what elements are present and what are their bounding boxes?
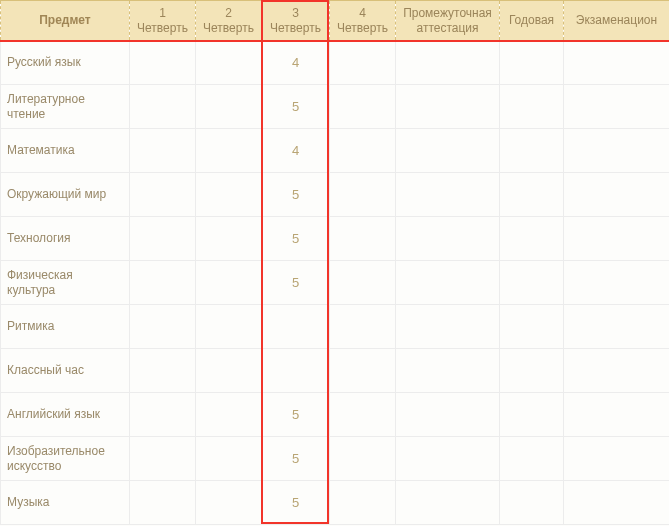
- grade-cell-q2: [196, 41, 262, 85]
- col-interim-a: Промежуточная: [400, 6, 495, 20]
- col-quarter-3[interactable]: 3 Четверть: [262, 1, 330, 41]
- subject-cell: Окружающий мир: [1, 173, 130, 217]
- grade-cell-q2: [196, 261, 262, 305]
- subject-cell: Музыка: [1, 481, 130, 525]
- grade-cell-interim: [396, 481, 500, 525]
- col-quarter-1[interactable]: 1 Четверть: [130, 1, 196, 41]
- subject-cell: Классный час: [1, 349, 130, 393]
- grade-cell-annual: [500, 393, 564, 437]
- grade-cell-annual: [500, 85, 564, 129]
- subject-cell: Математика: [1, 129, 130, 173]
- subject-cell: Английский язык: [1, 393, 130, 437]
- grade-cell-q4: [330, 481, 396, 525]
- grade-cell-q4: [330, 393, 396, 437]
- grade-cell-q3: [262, 349, 330, 393]
- col-quarter-4-lbl: Четверть: [334, 21, 391, 35]
- table-row[interactable]: Физическая культура5: [1, 261, 670, 305]
- grade-cell-q2: [196, 481, 262, 525]
- subject-cell: Физическая культура: [1, 261, 130, 305]
- grade-cell-exam: [564, 481, 670, 525]
- grade-cell-q1: [130, 481, 196, 525]
- grade-cell-q3: 5: [262, 173, 330, 217]
- grades-body: Русский язык4Литературное чтение5Математ…: [1, 41, 670, 525]
- grade-cell-exam: [564, 393, 670, 437]
- grade-cell-exam: [564, 41, 670, 85]
- grade-cell-q1: [130, 85, 196, 129]
- grade-cell-interim: [396, 41, 500, 85]
- grade-cell-q1: [130, 437, 196, 481]
- table-row[interactable]: Математика4: [1, 129, 670, 173]
- grade-cell-q4: [330, 85, 396, 129]
- grade-cell-q4: [330, 261, 396, 305]
- grade-cell-q1: [130, 173, 196, 217]
- table-row[interactable]: Английский язык5: [1, 393, 670, 437]
- grade-cell-q2: [196, 305, 262, 349]
- col-annual[interactable]: Годовая: [500, 1, 564, 41]
- table-row[interactable]: Музыка5: [1, 481, 670, 525]
- grade-cell-q4: [330, 305, 396, 349]
- grade-cell-annual: [500, 41, 564, 85]
- grade-cell-q3: 4: [262, 129, 330, 173]
- grade-cell-q1: [130, 261, 196, 305]
- grade-cell-q2: [196, 393, 262, 437]
- grade-cell-exam: [564, 129, 670, 173]
- grade-cell-q1: [130, 305, 196, 349]
- table-row[interactable]: Литературное чтение5: [1, 85, 670, 129]
- grade-cell-exam: [564, 173, 670, 217]
- table-row[interactable]: Классный час: [1, 349, 670, 393]
- grade-cell-annual: [500, 217, 564, 261]
- grade-cell-q2: [196, 173, 262, 217]
- grade-cell-q2: [196, 437, 262, 481]
- table-row[interactable]: Ритмика: [1, 305, 670, 349]
- col-quarter-4[interactable]: 4 Четверть: [330, 1, 396, 41]
- grade-cell-q4: [330, 437, 396, 481]
- grade-cell-exam: [564, 305, 670, 349]
- grade-cell-q4: [330, 129, 396, 173]
- col-quarter-2-num: 2: [200, 6, 257, 20]
- grade-cell-q3: 5: [262, 85, 330, 129]
- grade-cell-interim: [396, 437, 500, 481]
- grade-cell-q3: 5: [262, 437, 330, 481]
- grade-cell-q1: [130, 217, 196, 261]
- table-row[interactable]: Изобразительное искусство5: [1, 437, 670, 481]
- grade-cell-q4: [330, 349, 396, 393]
- grade-cell-q3: [262, 305, 330, 349]
- grade-cell-interim: [396, 217, 500, 261]
- grade-cell-interim: [396, 305, 500, 349]
- grade-cell-q2: [196, 349, 262, 393]
- grade-cell-q1: [130, 349, 196, 393]
- grade-cell-interim: [396, 85, 500, 129]
- grades-table: Предмет 1 Четверть 2 Четверть 3 Четверть…: [0, 0, 669, 525]
- subject-cell: Русский язык: [1, 41, 130, 85]
- grade-cell-annual: [500, 261, 564, 305]
- subject-cell: Технология: [1, 217, 130, 261]
- grade-cell-exam: [564, 261, 670, 305]
- col-subject[interactable]: Предмет: [1, 1, 130, 41]
- table-row[interactable]: Окружающий мир5: [1, 173, 670, 217]
- col-quarter-2[interactable]: 2 Четверть: [196, 1, 262, 41]
- grades-report: Предмет 1 Четверть 2 Четверть 3 Четверть…: [0, 0, 669, 526]
- col-interim[interactable]: Промежуточная аттестация: [396, 1, 500, 41]
- subject-cell: Ритмика: [1, 305, 130, 349]
- grade-cell-annual: [500, 349, 564, 393]
- grade-cell-exam: [564, 85, 670, 129]
- grade-cell-q4: [330, 41, 396, 85]
- grade-cell-q2: [196, 85, 262, 129]
- grade-cell-annual: [500, 305, 564, 349]
- subject-cell: Изобразительное искусство: [1, 437, 130, 481]
- table-row[interactable]: Технология5: [1, 217, 670, 261]
- grade-cell-q1: [130, 41, 196, 85]
- table-row[interactable]: Русский язык4: [1, 41, 670, 85]
- col-quarter-1-lbl: Четверть: [134, 21, 191, 35]
- col-exam[interactable]: Экзаменацион: [564, 1, 670, 41]
- grade-cell-exam: [564, 349, 670, 393]
- grade-cell-q3: 5: [262, 481, 330, 525]
- grade-cell-interim: [396, 349, 500, 393]
- grade-cell-interim: [396, 393, 500, 437]
- col-interim-b: аттестация: [400, 21, 495, 35]
- grade-cell-q3: 5: [262, 261, 330, 305]
- col-quarter-3-lbl: Четверть: [266, 21, 325, 35]
- grade-cell-interim: [396, 129, 500, 173]
- col-quarter-3-num: 3: [266, 6, 325, 20]
- grade-cell-q3: 4: [262, 41, 330, 85]
